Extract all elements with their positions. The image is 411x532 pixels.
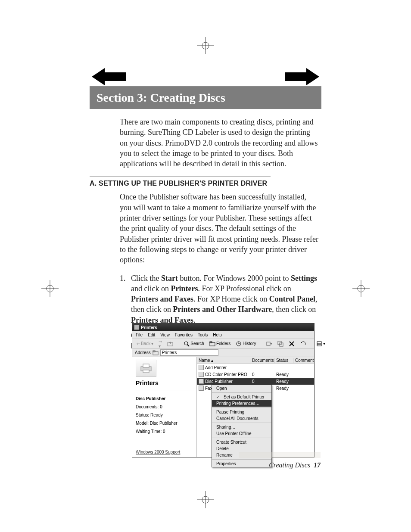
ctx-properties[interactable]: Properties — [212, 460, 271, 467]
step-1-text: Click the Start button. For Windows 2000… — [131, 273, 320, 325]
window-title: Printers — [141, 325, 157, 330]
model-label: Model: Disc Publisher — [136, 421, 194, 426]
svg-marker-13 — [285, 68, 319, 85]
printer-icon — [199, 372, 204, 377]
list-item-cd-color-printer[interactable]: CD Color Printer PRO 0Ready — [197, 371, 314, 378]
menu-favorites[interactable]: Favorites — [175, 333, 193, 337]
up-button[interactable] — [165, 341, 175, 347]
folder-up-icon — [167, 341, 173, 347]
subsection-a-paragraph: Once the Publisher software has been suc… — [120, 192, 320, 265]
printers-window: Printers File Edit View Favorites Tools … — [132, 323, 314, 457]
next-page-button[interactable] — [283, 65, 321, 89]
views-icon — [316, 341, 322, 347]
svg-point-15 — [184, 342, 188, 345]
ctx-pause-printing[interactable]: Pause Printing — [212, 409, 271, 415]
svg-rect-25 — [317, 342, 321, 346]
folders-button[interactable]: Folders — [208, 341, 232, 347]
printer-icon — [199, 379, 204, 384]
intro-paragraph: There are two main components to creatin… — [120, 117, 320, 169]
undo-button[interactable] — [298, 341, 308, 347]
window-icon — [134, 325, 139, 330]
footer-rule — [239, 452, 321, 458]
selected-printer-name: Disc Publisher — [136, 396, 194, 401]
page-footer: Creating Discs 17 — [269, 461, 321, 469]
back-button[interactable]: ⇐ Back ▾ — [135, 341, 155, 346]
arrow-left-icon — [92, 67, 126, 87]
printer-icon — [140, 363, 153, 373]
history-button[interactable]: History — [234, 341, 258, 347]
status-label: Status: Ready — [136, 413, 194, 417]
ctx-use-offline[interactable]: Use Printer Offline — [212, 430, 271, 437]
col-documents[interactable]: Documents — [250, 358, 274, 363]
fax-icon — [199, 386, 204, 391]
svg-line-16 — [187, 345, 189, 346]
forward-button[interactable]: ⇒ ▾ — [157, 339, 164, 348]
search-icon — [184, 341, 190, 347]
copy-to-button[interactable] — [276, 341, 285, 347]
crop-mark-bottom — [197, 491, 214, 508]
delete-icon — [289, 341, 295, 347]
info-pane-heading: Printers — [136, 380, 194, 386]
ctx-cancel-all[interactable]: Cancel All Documents — [212, 415, 271, 422]
support-link[interactable]: Windows 2000 Support — [136, 450, 194, 454]
toolbar: ⇐ Back ▾ ⇒ ▾ Search Folders History ▾ — [132, 339, 314, 348]
menu-tools[interactable]: Tools — [198, 333, 208, 337]
page-number: 17 — [314, 461, 321, 469]
menubar: File Edit View Favorites Tools Help — [132, 331, 314, 339]
arrow-right-icon — [285, 67, 319, 87]
svg-rect-20 — [267, 342, 270, 345]
crop-mark-top — [197, 37, 214, 54]
move-to-button[interactable] — [265, 341, 274, 347]
ctx-create-shortcut[interactable]: Create Shortcut — [212, 439, 271, 445]
svg-rect-32 — [143, 370, 149, 373]
docs-label: Documents: 0 — [136, 404, 194, 409]
ctx-printing-preferences[interactable]: Printing Preferences… — [212, 400, 271, 407]
footer-label: Creating Discs — [269, 461, 310, 469]
history-icon — [236, 341, 242, 347]
window-titlebar[interactable]: Printers — [132, 324, 314, 331]
menu-edit[interactable]: Edit — [148, 333, 155, 337]
col-status[interactable]: Status — [274, 358, 293, 363]
ctx-sharing[interactable]: Sharing… — [212, 424, 271, 430]
info-pane: Printers Disc Publisher Documents: 0 Sta… — [132, 357, 197, 457]
svg-rect-31 — [143, 364, 149, 367]
col-name[interactable]: Name ▴ — [197, 358, 250, 363]
printers-folder-icon — [153, 350, 159, 356]
list-item-add-printer[interactable]: Add Printer — [197, 364, 314, 371]
copy-to-icon — [277, 341, 283, 347]
prev-page-button[interactable] — [90, 65, 128, 89]
col-comment[interactable]: Comment — [293, 358, 314, 363]
address-label: Address — [135, 350, 151, 355]
views-button[interactable]: ▾ — [314, 341, 327, 347]
printer-large-icon — [136, 360, 156, 377]
svg-marker-12 — [92, 68, 126, 85]
ctx-delete[interactable]: Delete — [212, 445, 271, 452]
step-number: 1. — [120, 273, 131, 357]
delete-button[interactable] — [287, 341, 296, 347]
heading-rule — [90, 177, 271, 177]
move-to-icon — [266, 341, 272, 347]
search-button[interactable]: Search — [182, 341, 206, 347]
list-item-disc-publisher[interactable]: Disc Publisher 0Ready — [197, 378, 314, 385]
crop-mark-right — [352, 280, 370, 297]
menu-view[interactable]: View — [160, 333, 170, 337]
ctx-set-default[interactable]: Set as Default Printer — [212, 394, 271, 400]
add-printer-icon — [199, 365, 204, 370]
menu-file[interactable]: File — [136, 333, 143, 337]
address-input[interactable] — [160, 349, 218, 356]
wait-label: Waiting Time: 0 — [136, 429, 194, 434]
list-header[interactable]: Name ▴ Documents Status Comment — [197, 357, 314, 364]
address-bar: Address — [132, 348, 314, 357]
subsection-a-heading: A. SETTING UP THE PUBLISHER'S PRINTER DR… — [90, 180, 321, 187]
section-title: Section 3: Creating Discs — [90, 86, 321, 109]
ctx-open[interactable]: Open — [212, 385, 271, 392]
crop-mark-left — [41, 280, 59, 297]
undo-icon — [300, 341, 306, 347]
folders-icon — [209, 341, 215, 347]
menu-help[interactable]: Help — [213, 333, 222, 337]
